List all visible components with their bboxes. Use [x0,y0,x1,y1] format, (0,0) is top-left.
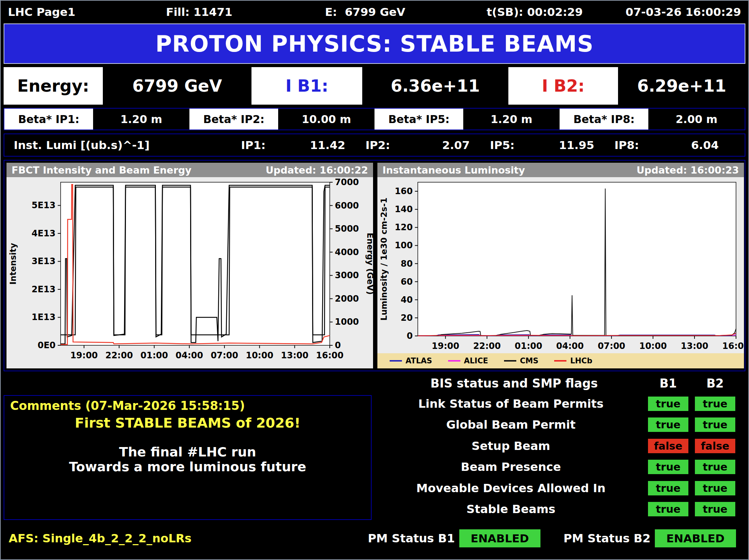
legend-label: ATLAS [406,356,432,365]
fbct-chart-header: FBCT Intensity and Beam Energy Updated: … [6,163,373,177]
beta-ip2-label: Beta* IP2: [189,109,278,130]
bis-row-label: Link Status of Beam Permits [380,397,641,411]
svg-text:0: 0 [407,331,413,341]
legend-item-lhcb: LHCb [554,356,592,365]
svg-text:7000: 7000 [335,177,359,187]
bis-row-label: Stable Beams [380,502,641,516]
svg-text:80: 80 [401,259,413,269]
inst-lumi-label: Inst. Lumi [(ub.s)^-1] [14,139,237,152]
lumi-chart: 19:0022:0001:0004:0007:0010:0013:0016:00… [377,177,744,353]
bis-row-label: Setup Beam [380,439,641,453]
beam1-intensity-value: 6.36e+11 [362,67,508,105]
charts-section: FBCT Intensity and Beam Energy Updated: … [4,160,745,371]
svg-text:120: 120 [395,222,413,232]
lumi-ip1-label: IP1: [241,139,266,152]
bottom-section: Comments (07-Mar-2026 15:58:15) First ST… [4,395,745,520]
legend-label: ALICE [464,356,488,365]
legend-line-icon [448,360,460,362]
beta-ip5-value: 1.20 m [463,109,560,130]
svg-text:22:00: 22:00 [473,341,501,351]
svg-text:1E13: 1E13 [32,312,56,322]
fill-number: Fill: 11471 [116,5,282,18]
svg-text:Luminosity / 1e30 cm-2s-1: Luminosity / 1e30 cm-2s-1 [379,197,389,320]
svg-text:6000: 6000 [335,201,359,211]
bis-row-moveable-devices: Moveable Devices Allowed In true true [380,480,735,496]
bis-col-b1: B1 [648,376,688,390]
footer-bar: AFS: Single_4b_2_2_2_noLRs PM Status B1 … [4,523,745,554]
page-title: LHC Page1 [8,5,116,18]
bis-title: BIS status and SMP flags [387,376,641,390]
beta-ip8-value: 2.00 m [648,109,745,130]
comments-box: Comments (07-Mar-2026 15:58:15) First ST… [4,395,372,520]
bis-row-setup-beam: Setup Beam false false [380,438,735,454]
svg-text:40: 40 [401,295,413,305]
bis-flag-b1: true [648,481,688,495]
svg-text:Energy (GeV): Energy (GeV) [365,233,373,295]
svg-text:4000: 4000 [335,247,359,257]
inst-lumi-row: Inst. Lumi [(ub.s)^-1] IP1: 11.42 IP2: 2… [4,134,745,157]
svg-text:160: 160 [395,186,413,196]
bis-flag-b1: true [648,460,688,474]
pm-status-b1-badge: ENABLED [459,529,540,547]
pm-status-b2-badge: ENABLED [655,529,736,547]
svg-text:10:00: 10:00 [639,341,667,351]
bis-flag-b1: false [648,439,688,453]
bis-flag-b2: true [695,417,735,432]
svg-text:5E13: 5E13 [32,200,56,210]
legend-item-alice: ALICE [448,356,488,365]
pm-status-b2-label: PM Status B2 [564,531,651,545]
fbct-chart: 19:0022:0001:0004:0007:0010:0013:0016:00… [6,177,373,368]
bis-flag-b1: true [648,502,688,516]
svg-text:10:00: 10:00 [246,350,273,360]
bis-flag-b2: true [695,502,735,516]
lumi-ip8: IP8: 6.04 [611,139,735,152]
svg-text:04:00: 04:00 [556,341,584,351]
legend-label: LHCb [570,356,592,365]
lumi-ip8-value: 6.04 [691,139,719,152]
svg-text:60: 60 [401,277,413,287]
bis-flag-b2: false [695,439,735,453]
bis-row-label: Beam Presence [380,460,641,474]
lumi-chart-panel: Instantaneous Luminosity Updated: 16:00:… [377,163,744,368]
beta-ip1-value: 1.20 m [93,109,189,130]
svg-text:13:00: 13:00 [281,350,308,360]
svg-text:20: 20 [401,313,413,323]
lumi-ip2: IP2: 2.07 [362,139,486,152]
beam2-intensity-label: I B2: [508,67,618,105]
energy-intensity-row: Energy: 6799 GeV I B1: 6.36e+11 I B2: 6.… [4,67,745,105]
energy-label: Energy: [4,67,103,105]
svg-text:0: 0 [335,340,341,350]
bis-flag-b2: true [695,460,735,474]
comments-highlight: First STABLE BEAMS of 2026! [10,415,365,431]
lumi-ip8-label: IP8: [614,139,639,152]
bis-flag-b2: true [695,481,735,495]
svg-text:16:00: 16:00 [316,350,343,360]
svg-text:13:00: 13:00 [681,341,708,351]
svg-text:4E13: 4E13 [32,228,56,239]
bis-row-beam-presence: Beam Presence true true [380,459,735,475]
svg-text:3000: 3000 [335,270,359,280]
bis-flag-b1: true [648,417,688,432]
lumi-ip5-value: 11.95 [559,139,594,152]
beam1-intensity-label: I B1: [251,67,362,105]
bis-row-label: Global Beam Permit [380,418,641,432]
legend-label: CMS [520,356,538,365]
svg-text:07:00: 07:00 [598,341,625,351]
afs-scheme: AFS: Single_4b_2_2_2_noLRs [9,531,363,545]
legend-line-icon [504,360,516,362]
top-status-bar: LHC Page1 Fill: 11471 E: 6799 GeV t(SB):… [4,4,745,20]
time-in-stable-beams: t(SB): 00:02:29 [448,5,621,18]
bis-flag-b1: true [648,397,688,411]
bis-flag-b2: true [695,397,735,411]
svg-text:100: 100 [395,240,413,250]
legend-item-cms: CMS [504,356,538,365]
beam-mode-text: PROTON PHYSICS: STABLE BEAMS [156,31,594,57]
svg-text:07:00: 07:00 [211,350,238,360]
svg-text:19:00: 19:00 [432,341,459,351]
lumi-ip5: IP5: 11.95 [486,139,611,152]
bis-row-stable-beams: Stable Beams true true [380,501,735,517]
bis-row-link-status: Link Status of Beam Permits true true [380,396,735,412]
beta-ip2-value: 10.00 m [278,109,374,130]
svg-text:22:00: 22:00 [105,350,133,360]
svg-text:04:00: 04:00 [176,350,203,360]
